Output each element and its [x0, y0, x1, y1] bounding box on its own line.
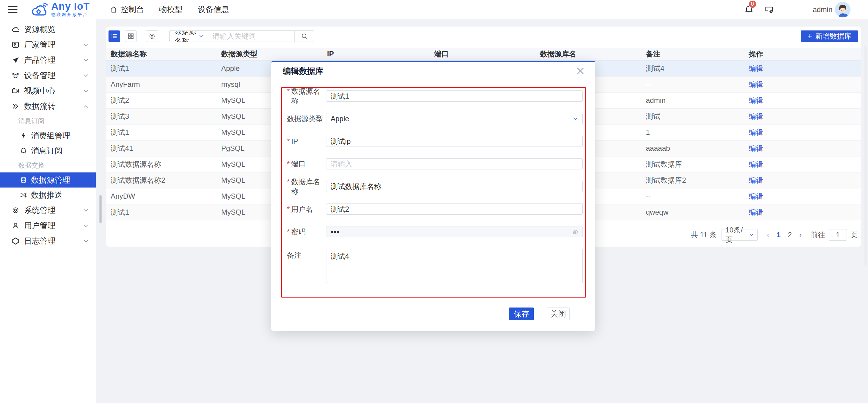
- database-name-input[interactable]: [326, 181, 583, 192]
- sidebar-item-system-management[interactable]: 系统管理: [0, 202, 96, 218]
- sidebar-item-message-subscription[interactable]: 消息订阅: [0, 143, 96, 158]
- ip-input[interactable]: [326, 136, 583, 147]
- sidebar-scrollbar-thumb[interactable]: [99, 195, 101, 223]
- password-input[interactable]: [326, 226, 583, 237]
- column-header: 操作: [744, 48, 861, 60]
- device-link-icon: [11, 71, 20, 80]
- logo-subtitle: 物联网开放平台: [51, 12, 90, 18]
- sidebar-item-data-push[interactable]: 数据推送: [0, 188, 96, 202]
- sidebar-item-device-management[interactable]: 设备管理: [0, 68, 96, 83]
- sidebar-item-datasource-management[interactable]: 数据源管理: [0, 173, 96, 188]
- form-row-datasource-type: 数据源类型 Apple: [287, 113, 585, 124]
- prev-page-arrow[interactable]: ‹: [767, 230, 770, 240]
- grid-view-button[interactable]: [125, 30, 136, 42]
- edit-link[interactable]: 编辑: [749, 128, 763, 136]
- datasource-name-input[interactable]: [326, 90, 583, 102]
- edit-link[interactable]: 编辑: [749, 64, 763, 72]
- bolt-icon: [20, 132, 27, 139]
- edit-link[interactable]: 编辑: [749, 160, 763, 168]
- chevron-down-icon: [83, 238, 89, 245]
- cloud-icon: [11, 25, 20, 33]
- page-number-2[interactable]: 2: [788, 231, 792, 239]
- edit-link[interactable]: 编辑: [749, 176, 763, 184]
- page-size-select[interactable]: 10条/页: [721, 229, 758, 241]
- required-asterisk: *: [287, 178, 290, 186]
- form-row-username: *用户名: [287, 204, 585, 215]
- edit-link[interactable]: 编辑: [749, 144, 763, 152]
- logo-title: Any IoT: [51, 1, 90, 11]
- avatar[interactable]: [835, 2, 850, 18]
- column-settings-button[interactable]: [146, 30, 158, 42]
- chevron-down-icon: [83, 207, 89, 214]
- search-field-select[interactable]: 数据源名称: [170, 30, 208, 42]
- sidebar-item-resource-overview[interactable]: 资源概览: [0, 22, 96, 37]
- username: admin: [813, 5, 832, 14]
- pagination: 共 11 条 10条/页 ‹ 1 2 › 前往 页: [691, 229, 858, 241]
- topbar-right: 0 admin: [744, 2, 850, 18]
- workbench-icon[interactable]: [764, 5, 774, 14]
- next-page-arrow[interactable]: ›: [799, 230, 802, 240]
- close-icon[interactable]: ✕: [575, 65, 585, 77]
- column-header: 端口: [430, 48, 536, 60]
- goto-label: 前往: [811, 230, 825, 240]
- username-input[interactable]: [326, 204, 583, 215]
- nav-console[interactable]: 控制台: [110, 4, 144, 15]
- table-header-row: 数据源名称 数据源类型 IP 端口 数据源库名 备注 操作: [106, 48, 861, 60]
- plus-icon: +: [807, 32, 812, 40]
- form-row-remark: 备注 测试4: [287, 249, 585, 283]
- edit-link[interactable]: 编辑: [749, 96, 763, 104]
- save-button[interactable]: 保存: [509, 308, 534, 320]
- eye-off-icon[interactable]: [572, 228, 579, 236]
- sidebar-item-product-management[interactable]: 产品管理: [0, 53, 96, 68]
- search-icon: [301, 32, 308, 40]
- list-view-button[interactable]: [108, 30, 120, 42]
- port-input[interactable]: [326, 158, 583, 169]
- logo-cloud-icon: [30, 2, 48, 18]
- home-icon: [110, 5, 118, 13]
- chevron-down-icon: [572, 116, 579, 122]
- add-database-button[interactable]: + 新增数据库: [801, 30, 858, 42]
- bell-icon: [20, 147, 27, 154]
- chevron-down-icon: [83, 88, 89, 94]
- modal-header: 编辑数据库 ✕: [271, 62, 595, 80]
- nav-device-info[interactable]: 设备信息: [198, 4, 229, 15]
- sidebar-item-user-management[interactable]: 用户管理: [0, 218, 96, 233]
- modal-form: *数据源名称 数据源类型 Apple *IP *端口 *数据库名称 *用户名: [281, 87, 586, 298]
- required-asterisk: *: [287, 137, 290, 146]
- page-scrollbar-thumb[interactable]: [864, 46, 867, 266]
- chevron-down-icon: [198, 33, 204, 39]
- remark-textarea[interactable]: 测试4: [326, 249, 583, 283]
- page-number-1[interactable]: 1: [777, 231, 781, 239]
- edit-database-modal: 编辑数据库 ✕ *数据源名称 数据源类型 Apple *IP *端口 *数据库名…: [271, 61, 595, 331]
- edit-link[interactable]: 编辑: [749, 80, 763, 88]
- database-icon: [20, 176, 27, 184]
- datasource-type-select[interactable]: Apple: [326, 113, 583, 124]
- gear-icon: [148, 33, 156, 40]
- required-asterisk: *: [287, 228, 290, 236]
- menu-group-data-exchange: 数据交换: [0, 158, 96, 173]
- required-asterisk: *: [287, 205, 290, 214]
- edit-link[interactable]: 编辑: [749, 208, 763, 216]
- double-chevron-icon: [11, 102, 20, 111]
- sidebar-item-vendor-management[interactable]: 厂家管理: [0, 37, 96, 53]
- edit-link[interactable]: 编辑: [749, 192, 763, 200]
- notification-bell-icon[interactable]: 0: [744, 5, 754, 14]
- sidebar-item-consumer-group-management[interactable]: 消费组管理: [0, 128, 96, 143]
- search-input[interactable]: [208, 31, 294, 41]
- sidebar-item-video-center[interactable]: 视频中心: [0, 83, 96, 99]
- form-row-database-name: *数据库名称: [287, 181, 585, 192]
- sidebar-item-data-flow[interactable]: 数据流转: [0, 99, 96, 114]
- close-button[interactable]: 关闭: [547, 308, 569, 320]
- hexagon-icon: [11, 237, 20, 245]
- paper-plane-icon: [11, 56, 20, 64]
- form-row-password: *密码: [287, 226, 585, 237]
- search-button[interactable]: [294, 30, 314, 42]
- edit-link[interactable]: 编辑: [749, 112, 763, 120]
- list-view-icon: [111, 33, 118, 40]
- sidebar-item-log-management[interactable]: 日志管理: [0, 233, 96, 249]
- goto-page-input[interactable]: [829, 229, 847, 241]
- nav-thing-model[interactable]: 物模型: [159, 4, 183, 15]
- chevron-down-icon: [83, 72, 89, 79]
- column-header: 数据源库名: [536, 48, 642, 60]
- menu-toggle-icon[interactable]: [8, 6, 18, 13]
